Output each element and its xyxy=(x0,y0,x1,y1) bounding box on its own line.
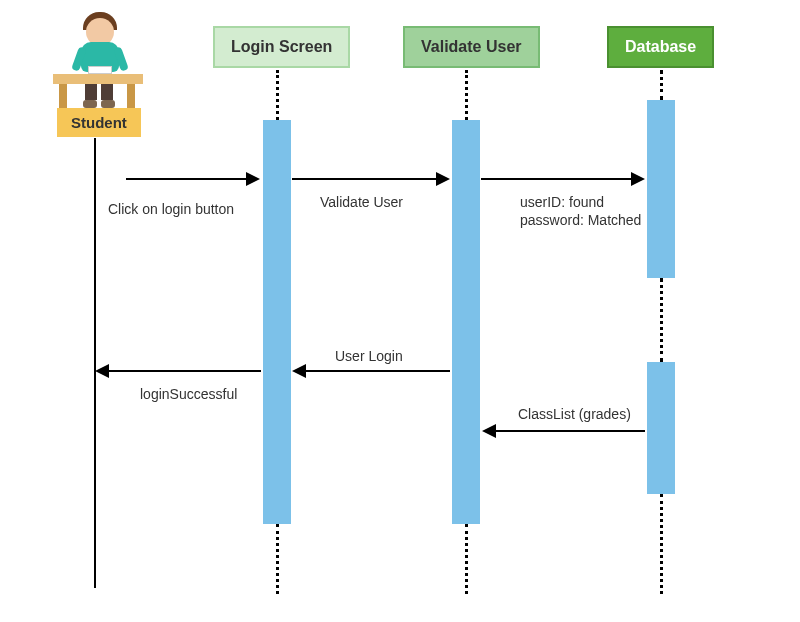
participant-login-screen: Login Screen xyxy=(213,26,350,68)
message-validate-arrow xyxy=(292,178,438,180)
arrowhead-icon xyxy=(292,364,306,378)
lifeline-database-top xyxy=(660,70,663,100)
message-click-login-arrow xyxy=(126,178,248,180)
lifeline-validate-user-bottom xyxy=(465,524,468,594)
message-classlist-label: ClassList (grades) xyxy=(518,406,631,422)
lifeline-database-mid xyxy=(660,278,663,362)
activation-login-screen xyxy=(263,120,291,524)
message-userlogin-arrow xyxy=(305,370,450,372)
message-success-arrow xyxy=(108,370,261,372)
arrowhead-icon xyxy=(631,172,645,186)
participant-validate-user: Validate User xyxy=(403,26,540,68)
actor-student xyxy=(45,12,145,122)
message-classlist-arrow xyxy=(495,430,645,432)
arrowhead-icon xyxy=(436,172,450,186)
lifeline-login-screen-bottom xyxy=(276,524,279,594)
activation-validate-user xyxy=(452,120,480,524)
message-userlogin-label: User Login xyxy=(335,348,403,364)
message-query-label-1: userID: found xyxy=(520,194,604,210)
lifeline-student xyxy=(94,138,96,588)
arrowhead-icon xyxy=(246,172,260,186)
message-validate-label: Validate User xyxy=(320,194,403,210)
arrowhead-icon xyxy=(95,364,109,378)
arrowhead-icon xyxy=(482,424,496,438)
activation-database-2 xyxy=(647,362,675,494)
lifeline-validate-user xyxy=(465,70,468,120)
activation-database-1 xyxy=(647,100,675,278)
message-success-label: loginSuccessful xyxy=(140,386,237,402)
actor-label: Student xyxy=(57,108,141,137)
lifeline-database-bottom xyxy=(660,494,663,594)
lifeline-login-screen xyxy=(276,70,279,120)
participant-database: Database xyxy=(607,26,714,68)
message-query-label-2: password: Matched xyxy=(520,212,641,228)
message-click-login-label: Click on login button xyxy=(108,201,234,217)
message-query-arrow xyxy=(481,178,633,180)
